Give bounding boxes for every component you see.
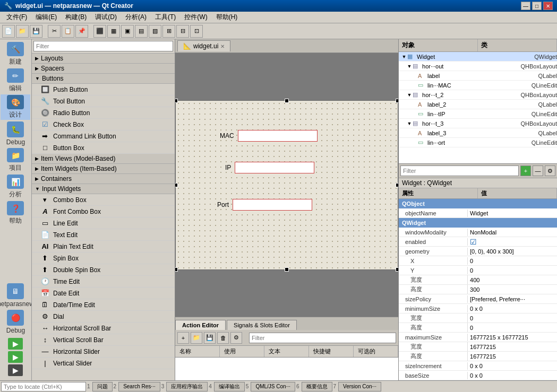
widget-combo-box[interactable]: ▾ Combo Box xyxy=(32,194,175,206)
menu-build[interactable]: 构建(B) xyxy=(61,12,91,23)
action-editor-tab[interactable]: Action Editor xyxy=(175,320,226,330)
handle-tr[interactable] xyxy=(396,99,398,103)
widget-time-edit[interactable]: 🕐 Time Edit xyxy=(32,276,175,288)
status-qml-console[interactable]: QML/JS Con··· xyxy=(251,382,295,391)
widget-h-scroll-bar[interactable]: ↔ Horizontal Scroll Bar xyxy=(32,323,175,334)
tree-label3[interactable]: A label_3 QLabel xyxy=(399,128,557,138)
sidebar-item-help[interactable]: ❓ 帮助 xyxy=(1,201,30,226)
handle-bl[interactable] xyxy=(175,267,178,272)
tb-cut[interactable]: ✂ xyxy=(48,25,61,38)
run-button[interactable]: ▶ xyxy=(8,338,23,350)
ip-input[interactable] xyxy=(235,162,314,173)
widget-dial[interactable]: ⚙ Dial xyxy=(32,311,175,323)
handle-ml[interactable] xyxy=(175,183,178,187)
tree-label2[interactable]: A label_2 QLabel xyxy=(399,100,557,109)
tb-layout5[interactable]: ▧ xyxy=(149,25,161,38)
prop-width-value[interactable]: 400 xyxy=(468,276,557,284)
handle-tl[interactable] xyxy=(175,99,178,103)
tree-lineedit-ip[interactable]: ▭ lin···tIP QLineEdit xyxy=(399,109,557,119)
tb-layout4[interactable]: ▤ xyxy=(135,25,148,38)
section-qwidget[interactable]: QWidget xyxy=(399,218,557,228)
status-search-results[interactable]: Search Res··· xyxy=(118,382,160,391)
widget-radio-button[interactable]: 🔘 Radio Button xyxy=(32,107,175,119)
status-compile-output[interactable]: 编译输出 xyxy=(214,382,245,391)
status-issues[interactable]: 问题 xyxy=(92,382,113,391)
canvas-tab-close[interactable]: ✕ xyxy=(220,43,225,49)
enabled-checkbox[interactable]: ☑ xyxy=(470,238,477,246)
sidebar-item-debug2[interactable]: 🔴 Debug xyxy=(1,309,30,335)
close-button[interactable]: ✕ xyxy=(543,2,553,10)
tree-widget[interactable]: ▼ ▦ Widget QWidget xyxy=(399,52,557,62)
widget-expand[interactable]: ▼ xyxy=(401,54,407,59)
widget-font-combo-box[interactable]: A Font Combo Box xyxy=(32,206,175,217)
hbox1-expand[interactable]: ▼ xyxy=(406,64,413,69)
menu-file[interactable]: 文件(F) xyxy=(2,12,31,23)
prop-minimumsize-value[interactable]: 0 x 0 xyxy=(468,305,557,312)
widget-double-spin-box[interactable]: ⬆ Double Spin Box xyxy=(32,264,175,276)
menu-tools[interactable]: 工具(T) xyxy=(151,12,180,23)
props-config-btn[interactable]: ⚙ xyxy=(545,165,555,176)
hbox3-expand[interactable]: ▼ xyxy=(406,121,413,126)
form-canvas[interactable]: MAC IP Port xyxy=(175,100,398,270)
props-remove-btn[interactable]: — xyxy=(533,165,543,176)
action-config-btn[interactable]: ⚙ xyxy=(230,332,242,344)
prop-maxwidth-value[interactable]: 16777215 xyxy=(468,343,557,351)
widget-spin-box[interactable]: ⬆ Spin Box xyxy=(32,252,175,264)
prop-basesize-value[interactable]: 0 x 0 xyxy=(468,372,557,379)
props-filter-input[interactable] xyxy=(400,165,519,176)
run-button2[interactable]: ▶ xyxy=(8,351,23,363)
tree-label1[interactable]: A label QLabel xyxy=(399,71,557,81)
tree-hboxlayout3[interactable]: ▼ ▤ hor···t_3 QHBoxLayout xyxy=(399,119,557,128)
prop-height-value[interactable]: 300 xyxy=(468,286,557,293)
section-containers[interactable]: ▶ Containers xyxy=(32,174,175,184)
widget-push-button[interactable]: 🔲 Push Button xyxy=(32,84,175,95)
status-app-output[interactable]: 应用程序输出 xyxy=(166,382,208,391)
port-input[interactable] xyxy=(233,199,312,211)
sidebar-item-analyze[interactable]: 📊 分析 xyxy=(1,174,30,199)
widget-command-link-button[interactable]: ➡ Command Link Button xyxy=(32,130,175,142)
locate-input[interactable] xyxy=(1,382,86,391)
prop-maxheight-value[interactable]: 16777215 xyxy=(468,353,557,360)
section-qobject[interactable]: QObject xyxy=(399,199,557,208)
tree-lineedit-mac[interactable]: ▭ lin···MAC QLineEdit xyxy=(399,81,557,90)
tb-layout8[interactable]: ⊡ xyxy=(190,25,203,38)
section-spacers[interactable]: ▶ Spacers xyxy=(32,64,175,74)
section-buttons[interactable]: ▼ Buttons xyxy=(32,74,175,84)
widget-v-scroll-bar[interactable]: ↕ Vertical Scroll Bar xyxy=(32,334,175,346)
action-delete-btn[interactable]: 🗑 xyxy=(217,332,229,344)
tb-open[interactable]: 📁 xyxy=(16,25,29,38)
tb-save[interactable]: 💾 xyxy=(30,25,42,38)
canvas-tab-widget[interactable]: 📐 widget.ui ✕ xyxy=(177,40,230,51)
tree-lineedit-port[interactable]: ▭ lin···ort QLineEdit xyxy=(399,138,557,147)
prop-sizeincrement-value[interactable]: 0 x 0 xyxy=(468,362,557,370)
handle-bc[interactable] xyxy=(285,267,289,272)
handle-mr[interactable] xyxy=(396,183,398,187)
prop-minheight-value[interactable]: 0 xyxy=(468,324,557,332)
widget-button-box[interactable]: □ Button Box xyxy=(32,142,175,154)
widget-v-slider[interactable]: | Vertical Slider xyxy=(32,358,175,369)
hbox2-expand[interactable]: ▼ xyxy=(406,92,413,98)
tb-layout6[interactable]: ⊞ xyxy=(162,25,175,38)
prop-x-value[interactable]: 0 xyxy=(468,257,557,265)
prop-y-value[interactable]: 0 xyxy=(468,267,557,274)
widget-tool-button[interactable]: 🔧 Tool Button xyxy=(32,95,175,107)
action-save-btn[interactable]: 💾 xyxy=(204,332,216,344)
widget-date-edit[interactable]: 📅 Date Edit xyxy=(32,288,175,299)
status-version-control[interactable]: Version Con··· xyxy=(338,382,381,391)
menu-debug[interactable]: 调试(D) xyxy=(91,12,121,23)
tb-layout7[interactable]: ⊟ xyxy=(176,25,189,38)
props-add-btn[interactable]: + xyxy=(520,165,531,176)
sidebar-item-edit[interactable]: ✏ 编辑 xyxy=(1,68,30,93)
window-controls[interactable]: — □ ✕ xyxy=(521,2,553,10)
status-general-messages[interactable]: 概要信息 xyxy=(302,382,332,391)
prop-enabled-value[interactable]: ☑ xyxy=(468,237,557,247)
tb-layout3[interactable]: ▣ xyxy=(121,25,134,38)
section-item-widgets[interactable]: ▶ Item Widgets (Item-Based) xyxy=(32,164,175,174)
prop-minwidth-value[interactable]: 0 xyxy=(468,315,557,322)
widget-line-edit[interactable]: ▭ Line Edit xyxy=(32,217,175,229)
action-add-btn[interactable]: + xyxy=(177,332,189,344)
widget-text-edit[interactable]: 📄 Text Edit xyxy=(32,229,175,241)
maximize-button[interactable]: □ xyxy=(532,2,542,10)
handle-br[interactable] xyxy=(396,267,398,272)
prop-objectname-value[interactable]: Widget xyxy=(468,210,557,217)
